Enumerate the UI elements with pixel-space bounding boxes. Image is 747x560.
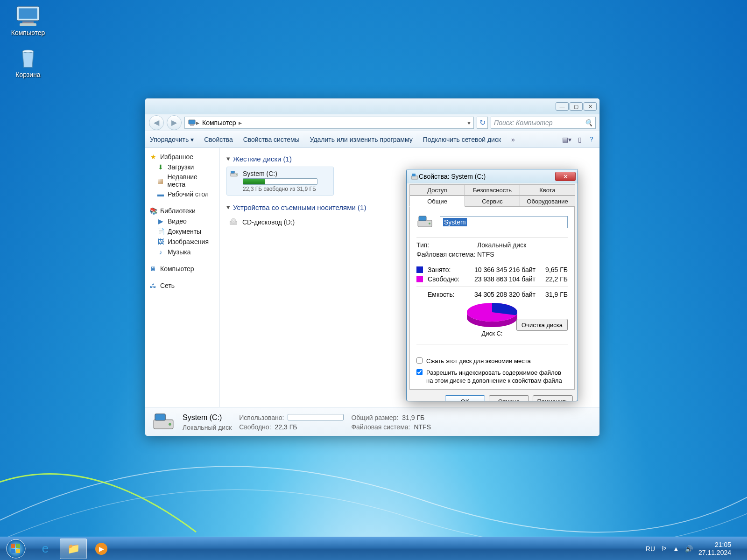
explorer-titlebar[interactable]: — ▢ ✕ <box>145 98 599 114</box>
address-bar[interactable]: ▸ Компьютер ▸ ▾ <box>184 117 474 129</box>
drive-subtext: 22,3 ГБ свободно из 31,9 ГБ <box>243 186 331 192</box>
sidebar-item-computer[interactable]: 🖥Компьютер <box>145 264 219 274</box>
svg-point-4 <box>22 50 34 53</box>
optical-drive-icon <box>229 218 238 226</box>
refresh-button[interactable]: ↻ <box>477 117 488 129</box>
sidebar-item-documents[interactable]: 📄Документы <box>145 226 219 237</box>
desktop-icon-recycle[interactable]: Корзина <box>5 47 51 78</box>
apply-button[interactable]: Применить <box>533 395 573 401</box>
start-button[interactable] <box>0 539 32 559</box>
folder-icon: 📁 <box>67 543 80 555</box>
recycle-bin-icon <box>14 47 42 70</box>
tray-flag-icon[interactable]: 🏳 <box>661 545 667 553</box>
dialog-body: System Тип:Локальный диск Файловая систе… <box>409 207 575 390</box>
sidebar-favorites[interactable]: ★Избранное <box>145 152 219 162</box>
used-swatch <box>416 266 423 273</box>
taskbar-media-player[interactable]: ▶ <box>88 539 115 559</box>
ie-icon: e <box>42 541 49 556</box>
sidebar-item-pictures[interactable]: 🖼Изображения <box>145 237 219 247</box>
tray-lang[interactable]: RU <box>646 545 655 553</box>
sidebar-item-desktop[interactable]: ▬Рабочий стол <box>145 189 219 199</box>
dialog-close-button[interactable]: ✕ <box>555 172 576 181</box>
explorer-sidebar: ★Избранное ⬇Загрузки ▦Недавние места ▬Ра… <box>145 148 220 407</box>
dialog-tabs: Доступ Безопасность Квота Общие Сервис О… <box>407 183 578 207</box>
tray-sound-icon[interactable]: 🔊 <box>685 545 693 553</box>
taskbar-ie[interactable]: e <box>32 539 59 559</box>
cancel-button[interactable]: Отмена <box>489 395 529 401</box>
explorer-toolbar: Упорядочить ▾ Свойства Свойства системы … <box>145 131 599 148</box>
libraries-icon: 📚 <box>149 207 157 215</box>
breadcrumb-crumb[interactable]: Компьютер <box>199 119 239 126</box>
music-icon: ♪ <box>156 248 165 256</box>
preview-pane-icon[interactable]: ▯ <box>578 136 582 143</box>
toolbar-more-icon[interactable]: » <box>511 136 515 143</box>
svg-rect-3 <box>20 23 36 26</box>
volume-name-input[interactable]: System <box>440 216 568 228</box>
media-icon: ▶ <box>95 543 107 555</box>
toolbar-organize[interactable]: Упорядочить ▾ <box>150 136 194 143</box>
disk-cleanup-button[interactable]: Очистка диска <box>516 319 568 331</box>
sidebar-item-music[interactable]: ♪Музыка <box>145 247 219 257</box>
toolbar-system-properties[interactable]: Свойства системы <box>243 136 300 143</box>
section-hdd[interactable]: ▾Жесткие диски (1) <box>226 154 593 163</box>
fs-label: Файловая система: <box>416 251 477 258</box>
drive-icon <box>416 214 433 231</box>
tray-action-center-icon[interactable]: ▲ <box>673 545 679 553</box>
collapse-icon: ▾ <box>226 154 230 163</box>
show-desktop-button[interactable] <box>737 539 741 559</box>
desktop-label: Корзина <box>5 71 51 78</box>
sidebar-libraries[interactable]: 📚Библиотеки <box>145 206 219 216</box>
forward-button[interactable]: ▶ <box>167 115 182 130</box>
details-name: System (C:) <box>183 413 232 422</box>
help-icon[interactable]: ？ <box>588 135 595 144</box>
properties-dialog: Свойства: System (C:) ✕ Доступ Безопасно… <box>406 169 578 401</box>
drive-system-c[interactable]: System (C:) 22,3 ГБ свободно из 31,9 ГБ <box>226 167 334 196</box>
compress-checkbox[interactable]: Сжать этот диск для экономии места <box>416 357 568 365</box>
collapse-icon: ▾ <box>226 203 230 211</box>
pictures-icon: 🖼 <box>156 238 165 246</box>
tray-clock[interactable]: 21:05 27.11.2024 <box>698 541 731 557</box>
tab-tools[interactable]: Сервис <box>465 196 520 207</box>
view-options-icon[interactable]: ▤▾ <box>562 136 571 143</box>
desktop-label: Компьютер <box>5 29 51 36</box>
ok-button[interactable]: OK <box>445 395 485 401</box>
desktop-icon: ▬ <box>156 190 165 198</box>
svg-point-19 <box>429 223 430 224</box>
drive-usage-bar <box>243 178 317 185</box>
maximize-button[interactable]: ▢ <box>570 102 583 111</box>
sidebar-item-recent[interactable]: ▦Недавние места <box>145 172 219 189</box>
svg-rect-20 <box>419 216 426 221</box>
sidebar-item-network[interactable]: 🖧Сеть <box>145 280 219 291</box>
tab-quota[interactable]: Квота <box>520 184 575 196</box>
tab-security[interactable]: Безопасность <box>465 184 520 196</box>
back-button[interactable]: ◀ <box>149 115 164 130</box>
svg-rect-16 <box>411 176 418 179</box>
taskbar-explorer[interactable]: 📁 <box>60 539 87 559</box>
tab-general[interactable]: Общие <box>409 196 465 207</box>
svg-rect-26 <box>16 549 20 553</box>
minimize-button[interactable]: — <box>556 102 569 111</box>
svg-rect-2 <box>22 21 34 23</box>
dropdown-icon[interactable]: ▾ <box>467 119 471 126</box>
dialog-title: Свойства: System (C:) <box>419 173 486 180</box>
drive-optical-d[interactable]: CD-дисковод (D:) <box>226 215 334 229</box>
tab-hardware[interactable]: Оборудование <box>520 196 575 207</box>
crumb-arrow-icon: ▸ <box>196 119 199 126</box>
recent-icon: ▦ <box>156 176 164 185</box>
close-button[interactable]: ✕ <box>584 102 597 111</box>
toolbar-properties[interactable]: Свойства <box>204 136 233 143</box>
desktop-icon-computer[interactable]: Компьютер <box>5 5 51 36</box>
dialog-titlebar[interactable]: Свойства: System (C:) ✕ <box>407 169 578 183</box>
toolbar-uninstall[interactable]: Удалить или изменить программу <box>310 136 413 143</box>
search-input[interactable]: Поиск: Компьютер 🔍 <box>491 117 596 129</box>
optical-name: CD-дисковод (D:) <box>242 218 295 226</box>
svg-rect-5 <box>189 120 195 124</box>
sidebar-item-downloads[interactable]: ⬇Загрузки <box>145 162 219 172</box>
downloads-icon: ⬇ <box>156 163 165 171</box>
drive-icon <box>152 411 175 434</box>
tab-sharing[interactable]: Доступ <box>409 184 465 196</box>
sidebar-item-videos[interactable]: ▶Видео <box>145 216 219 226</box>
toolbar-map-drive[interactable]: Подключить сетевой диск <box>423 136 501 143</box>
network-icon: 🖧 <box>149 281 157 290</box>
index-checkbox[interactable]: Разрешить индексировать содержимое файло… <box>416 369 568 385</box>
